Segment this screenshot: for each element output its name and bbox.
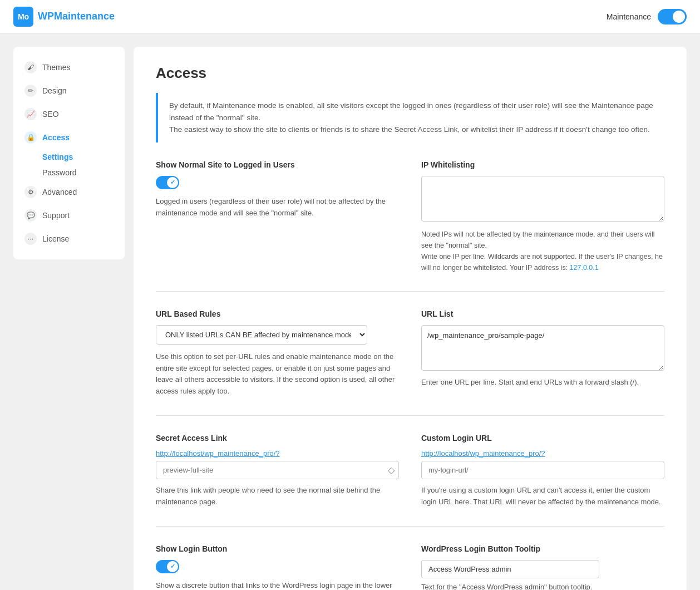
info-box: By default, if Maintenance mode is enabl… (156, 93, 664, 142)
url-based-rules-label: URL Based Rules (156, 309, 399, 318)
show-normal-site-label: Show Normal Site to Logged in Users (156, 160, 399, 169)
sidebar-label-themes: Themes (42, 63, 71, 72)
custom-login-url-col: Custom Login URL http://localhost/wp_mai… (421, 434, 664, 508)
copy-icon-button[interactable]: ◇ (388, 465, 395, 475)
main-content: Access By default, if Maintenance mode i… (134, 47, 687, 590)
sidebar-item-themes[interactable]: 🖌 Themes (13, 56, 125, 79)
sidebar-item-advanced[interactable]: ⚙ Advanced (13, 180, 125, 204)
custom-login-input[interactable] (421, 461, 664, 479)
design-icon: ✏ (24, 85, 37, 97)
url-based-rules-desc: Use this option to set per-URL rules and… (156, 351, 399, 397)
ip-whitelisting-textarea[interactable] (421, 176, 664, 222)
sidebar: 🖌 Themes ✏ Design 📈 SEO 🔒 Access Setting… (13, 47, 125, 259)
wp-login-tooltip-input[interactable] (421, 560, 599, 578)
sidebar-label-advanced: Advanced (42, 188, 77, 196)
support-icon: 💬 (24, 209, 37, 222)
ip-whitelisting-col: IP Whitelisting Noted IPs will not be af… (421, 160, 664, 273)
section-row-4: Show Login Button Show a discrete button… (156, 544, 664, 590)
logo: Mo WPMaintenance (13, 7, 115, 27)
toggle-sm-knob (167, 177, 178, 188)
sidebar-label-seo: SEO (42, 110, 59, 119)
section-row-2: URL Based Rules ONLY listed URLs CAN BE … (156, 309, 664, 397)
logo-text: WPMaintenance (38, 11, 115, 22)
url-list-desc: Enter one URL per line. Start and end UR… (421, 377, 664, 389)
divider-3 (156, 526, 664, 527)
ip-notes: Noted IPs will not be affected by the ma… (421, 229, 664, 273)
wp-login-tooltip-label: WordPress Login Button Tooltip (421, 544, 664, 553)
section-row-3: Secret Access Link http://localhost/wp_m… (156, 434, 664, 508)
sidebar-sub-settings[interactable]: Settings (13, 149, 125, 165)
info-line-1: By default, if Maintenance mode is enabl… (169, 100, 653, 124)
sidebar-label-support: Support (42, 211, 70, 220)
show-normal-site-desc: Logged in users (regardless of their use… (156, 196, 399, 219)
access-icon: 🔒 (24, 131, 37, 144)
license-icon: ··· (24, 233, 37, 245)
show-login-button-col: Show Login Button Show a discrete button… (156, 544, 399, 590)
show-normal-site-toggle-wrap (156, 176, 399, 189)
maintenance-toggle-label: Maintenance (607, 12, 651, 21)
show-normal-site-toggle[interactable] (156, 176, 179, 189)
custom-login-url-label: Custom Login URL (421, 434, 664, 442)
secret-access-link-desc: Share this link with people who need to … (156, 485, 399, 508)
custom-login-url-prefix: http://localhost/wp_maintenance_pro/? (421, 449, 664, 458)
show-login-button-desc: Show a discrete button that links to the… (156, 580, 399, 590)
custom-login-input-wrap (421, 461, 664, 479)
sidebar-label-license: License (42, 234, 69, 243)
sidebar-item-seo[interactable]: 📈 SEO (13, 102, 125, 126)
divider-2 (156, 415, 664, 416)
sidebar-sub-password[interactable]: Password (13, 165, 125, 180)
wp-login-tooltip-desc: Text for the "Access WordPress admin" bu… (421, 583, 664, 590)
header-right: Maintenance (607, 9, 687, 24)
toggle-sm-knob-2 (167, 561, 178, 572)
secret-access-link-col: Secret Access Link http://localhost/wp_m… (156, 434, 399, 508)
toggle-knob (673, 11, 685, 23)
seo-icon: 📈 (24, 108, 37, 120)
ip-whitelisting-label: IP Whitelisting (421, 160, 664, 169)
url-based-rules-select[interactable]: ONLY listed URLs CAN BE affected by main… (156, 325, 367, 345)
url-list-label: URL List (421, 309, 664, 318)
ip-address: 127.0.0.1 (570, 264, 599, 272)
sidebar-item-license[interactable]: ··· License (13, 227, 125, 250)
section-row-1: Show Normal Site to Logged in Users Logg… (156, 160, 664, 273)
sidebar-item-support[interactable]: 💬 Support (13, 204, 125, 227)
divider-1 (156, 291, 664, 292)
secret-access-link-label: Secret Access Link (156, 434, 399, 442)
custom-login-url-desc: If you're using a custom login URL and c… (421, 485, 664, 508)
sidebar-item-design[interactable]: ✏ Design (13, 79, 125, 102)
url-list-col: URL List Enter one URL per line. Start a… (421, 309, 664, 397)
url-based-rules-col: URL Based Rules ONLY listed URLs CAN BE … (156, 309, 399, 397)
logo-icon: Mo (13, 7, 33, 27)
show-normal-site-col: Show Normal Site to Logged in Users Logg… (156, 160, 399, 273)
wp-login-tooltip-col: WordPress Login Button Tooltip Text for … (421, 544, 664, 590)
secret-access-input[interactable] (156, 461, 399, 479)
info-line-2: The easiest way to show the site to clie… (169, 124, 653, 136)
show-login-button-toggle-wrap (156, 560, 399, 573)
maintenance-toggle[interactable] (658, 9, 687, 24)
advanced-icon: ⚙ (24, 186, 37, 198)
show-login-button-label: Show Login Button (156, 544, 399, 553)
layout: 🖌 Themes ✏ Design 📈 SEO 🔒 Access Setting… (0, 33, 700, 590)
url-list-textarea[interactable] (421, 325, 664, 371)
sidebar-item-access[interactable]: 🔒 Access (13, 126, 125, 149)
secret-access-link-url[interactable]: http://localhost/wp_maintenance_pro/? (156, 449, 399, 458)
sidebar-label-design: Design (42, 86, 67, 95)
secret-input-wrap: ◇ (156, 461, 399, 479)
sidebar-label-access: Access (42, 133, 70, 142)
header: Mo WPMaintenance Maintenance (0, 0, 700, 33)
page-title: Access (156, 65, 664, 82)
show-login-button-toggle[interactable] (156, 560, 179, 573)
themes-icon: 🖌 (24, 61, 37, 73)
